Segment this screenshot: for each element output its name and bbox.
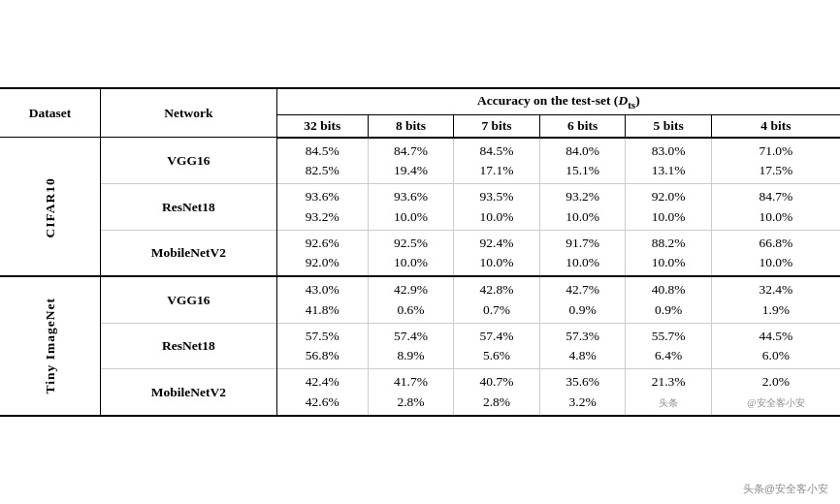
data-cell: 57.3%4.8% [539, 323, 626, 369]
data-cell: 93.5%10.0% [454, 184, 540, 231]
data-cell: 83.0%13.1% [626, 138, 712, 184]
data-cell: 92.5%10.0% [368, 230, 454, 276]
data-cell: 2.0%@安全客小安 [711, 369, 840, 416]
watermark: 头条@安全客小安 [743, 482, 828, 496]
table-row: Tiny ImageNetVGG1643.0%41.8%42.9%0.6%42.… [0, 276, 840, 323]
network-cell: ResNet18 [101, 184, 277, 231]
table-row: MobileNetV242.4%42.6%41.7%2.8%40.7%2.8%3… [0, 369, 840, 416]
header-4bits: 4 bits [711, 114, 840, 138]
data-cell: 44.5%6.0% [711, 323, 840, 369]
data-cell: 93.6%93.2% [276, 184, 368, 231]
data-cell: 71.0%17.5% [711, 138, 840, 184]
data-cell: 57.4%5.6% [454, 323, 540, 369]
table-row: ResNet1893.6%93.2%93.6%10.0%93.5%10.0%93… [0, 184, 840, 231]
data-cell: 91.7%10.0% [539, 230, 626, 276]
network-cell: MobileNetV2 [101, 369, 277, 416]
data-cell: 32.4%1.9% [711, 276, 840, 323]
data-cell: 40.8%0.9% [626, 276, 712, 323]
data-cell: 84.7%19.4% [368, 138, 454, 184]
data-cell: 84.5%17.1% [454, 138, 540, 184]
data-cell: 42.8%0.7% [454, 276, 540, 323]
table-row: ResNet1857.5%56.8%57.4%8.9%57.4%5.6%57.3… [0, 323, 840, 369]
data-cell: 42.9%0.6% [368, 276, 454, 323]
data-cell: 92.4%10.0% [454, 230, 540, 276]
data-cell: 42.4%42.6% [276, 369, 368, 416]
data-cell: 55.7%6.4% [626, 323, 712, 369]
data-cell: 21.3%头条 [626, 369, 712, 416]
accuracy-table: Dataset Network Accuracy on the test-set… [0, 87, 840, 417]
data-cell: 40.7%2.8% [454, 369, 540, 416]
data-cell: 57.4%8.9% [368, 323, 454, 369]
header-32bits: 32 bits [276, 114, 368, 138]
dataset-cell: CIFAR10 [0, 138, 101, 277]
header-8bits: 8 bits [368, 114, 454, 138]
header-7bits: 7 bits [454, 114, 540, 138]
data-cell: 57.5%56.8% [276, 323, 368, 369]
network-cell: MobileNetV2 [101, 230, 277, 276]
data-cell: 93.6%10.0% [368, 184, 454, 231]
data-cell: 88.2%10.0% [626, 230, 712, 276]
header-network: Network [101, 88, 277, 138]
data-cell: 41.7%2.8% [368, 369, 454, 416]
dataset-cell: Tiny ImageNet [0, 276, 101, 416]
header-dataset: Dataset [0, 88, 101, 138]
data-cell: 35.6%3.2% [539, 369, 626, 416]
data-cell: 93.2%10.0% [539, 184, 626, 231]
table-row: MobileNetV292.6%92.0%92.5%10.0%92.4%10.0… [0, 230, 840, 276]
header-5bits: 5 bits [626, 114, 712, 138]
data-cell: 66.8%10.0% [711, 230, 840, 276]
network-cell: VGG16 [101, 276, 277, 323]
data-cell: 84.7%10.0% [711, 184, 840, 231]
network-cell: ResNet18 [101, 323, 277, 369]
data-cell: 84.0%15.1% [539, 138, 626, 184]
header-accuracy: Accuracy on the test-set (Dts) [276, 88, 840, 114]
table-row: CIFAR10VGG1684.5%82.5%84.7%19.4%84.5%17.… [0, 138, 840, 184]
data-cell: 92.6%92.0% [276, 230, 368, 276]
header-row-top: Dataset Network Accuracy on the test-set… [0, 88, 840, 114]
network-cell: VGG16 [101, 138, 277, 184]
data-cell: 92.0%10.0% [626, 184, 712, 231]
data-cell: 43.0%41.8% [276, 276, 368, 323]
header-6bits: 6 bits [539, 114, 626, 138]
data-cell: 42.7%0.9% [539, 276, 626, 323]
data-cell: 84.5%82.5% [276, 138, 368, 184]
